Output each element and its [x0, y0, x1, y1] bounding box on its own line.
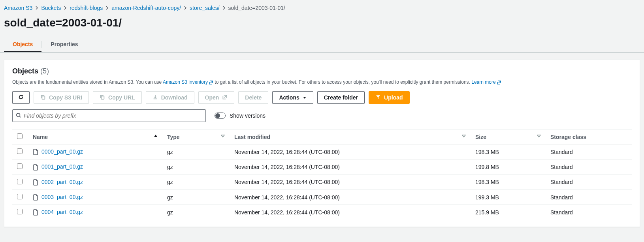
copy-icon — [100, 94, 105, 101]
open-button[interactable]: Open — [198, 91, 235, 104]
cell-size: 198.3 MB — [471, 144, 546, 159]
object-link[interactable]: 0003_part_00.gz — [41, 194, 83, 200]
cell-type: gz — [162, 144, 230, 159]
cell-size: 198.3 MB — [471, 174, 546, 189]
cell-last-modified: November 14, 2022, 16:28:44 (UTC-08:00) — [230, 159, 471, 174]
button-label: Delete — [245, 94, 262, 101]
caret-down-icon — [303, 96, 307, 99]
cell-storage-class: Standard — [546, 205, 632, 220]
copy-s3-uri-button[interactable]: Copy S3 URI — [34, 91, 89, 104]
refresh-button[interactable] — [12, 91, 30, 104]
external-link-icon — [209, 80, 213, 85]
inventory-link[interactable]: Amazon S3 inventory — [163, 79, 213, 85]
row-checkbox[interactable] — [17, 179, 23, 184]
panel-count: (5) — [40, 67, 49, 75]
column-label: Last modified — [234, 134, 270, 140]
search-box[interactable] — [12, 109, 206, 122]
column-label: Type — [167, 134, 180, 140]
search-icon — [16, 113, 21, 119]
cell-storage-class: Standard — [546, 144, 632, 159]
delete-button[interactable]: Delete — [238, 91, 268, 104]
chevron-right-icon — [222, 5, 226, 11]
select-all-checkbox[interactable] — [17, 133, 23, 139]
select-all-header — [12, 129, 28, 144]
download-icon — [153, 94, 158, 101]
row-checkbox[interactable] — [17, 148, 23, 154]
cell-size: 215.9 MB — [471, 205, 546, 220]
breadcrumb-link[interactable]: redshift-blogs — [70, 5, 103, 11]
cell-type: gz — [162, 205, 230, 220]
cell-size: 199.8 MB — [471, 159, 546, 174]
copy-icon — [40, 94, 46, 101]
breadcrumb-link[interactable]: Buckets — [41, 5, 61, 11]
table-row: 0000_part_00.gzgzNovember 14, 2022, 16:2… — [12, 144, 632, 159]
button-label: Open — [205, 94, 219, 101]
table-row: 0004_part_00.gzgzNovember 14, 2022, 16:2… — [12, 205, 632, 220]
learn-more-link[interactable]: Learn more — [471, 79, 501, 85]
object-link[interactable]: 0001_part_00.gz — [41, 163, 83, 170]
panel-title: Objects (5) — [12, 67, 632, 75]
cell-storage-class: Standard — [546, 159, 632, 174]
chevron-right-icon — [105, 5, 109, 11]
row-checkbox[interactable] — [17, 194, 23, 199]
upload-button[interactable]: Upload — [369, 91, 409, 104]
file-icon — [33, 194, 38, 201]
cell-type: gz — [162, 159, 230, 174]
object-link[interactable]: 0004_part_00.gz — [41, 209, 83, 215]
cell-last-modified: November 14, 2022, 16:28:44 (UTC-08:00) — [230, 144, 471, 159]
show-versions-label: Show versions — [230, 113, 266, 119]
file-icon — [33, 209, 38, 216]
cell-last-modified: November 14, 2022, 16:28:44 (UTC-08:00) — [230, 174, 471, 189]
cell-storage-class: Standard — [546, 189, 632, 204]
button-label: Actions — [279, 94, 299, 101]
tab-properties[interactable]: Properties — [42, 37, 87, 52]
button-label: Download — [161, 94, 188, 101]
copy-url-button[interactable]: Copy URL — [93, 91, 142, 104]
column-storage-class[interactable]: Storage class — [546, 129, 632, 144]
cell-type: gz — [162, 174, 230, 189]
sort-asc-icon — [154, 134, 158, 138]
cell-storage-class: Standard — [546, 174, 632, 189]
upload-icon — [375, 94, 381, 101]
filter-row: Show versions — [12, 109, 632, 122]
breadcrumb-current: sold_date=2003-01-01/ — [228, 5, 285, 11]
svg-rect-1 — [101, 96, 104, 99]
file-icon — [33, 164, 38, 171]
row-checkbox[interactable] — [17, 209, 23, 214]
table-row: 0003_part_00.gzgzNovember 14, 2022, 16:2… — [12, 189, 632, 204]
breadcrumb-link[interactable]: store_sales/ — [190, 5, 219, 11]
panel-description: Objects are the fundamental entities sto… — [12, 79, 632, 86]
breadcrumb-link[interactable]: amazon-Redshift-auto-copy/ — [111, 5, 181, 11]
button-label: Upload — [384, 94, 403, 101]
table-row: 0001_part_00.gzgzNovember 14, 2022, 16:2… — [12, 159, 632, 174]
column-size[interactable]: Size — [471, 129, 546, 144]
breadcrumb-link[interactable]: Amazon S3 — [4, 5, 32, 11]
sort-icon — [462, 134, 466, 138]
chevron-right-icon — [183, 5, 187, 11]
object-link[interactable]: 0002_part_00.gz — [41, 179, 83, 185]
tab-objects[interactable]: Objects — [4, 37, 41, 52]
toolbar: Copy S3 URI Copy URL Download Open Delet… — [12, 91, 632, 104]
search-input[interactable] — [24, 113, 202, 119]
external-link-icon — [497, 80, 501, 85]
column-label: Storage class — [550, 134, 586, 140]
object-link[interactable]: 0000_part_00.gz — [41, 148, 83, 155]
sort-icon — [221, 134, 225, 138]
download-button[interactable]: Download — [146, 91, 194, 104]
column-type[interactable]: Type — [162, 129, 230, 144]
button-label: Create folder — [324, 94, 358, 101]
create-folder-button[interactable]: Create folder — [317, 91, 365, 104]
show-versions-toggle-group: Show versions — [215, 113, 266, 119]
show-versions-toggle[interactable] — [215, 113, 226, 119]
actions-button[interactable]: Actions — [272, 91, 313, 104]
row-checkbox[interactable] — [17, 163, 23, 169]
column-last-modified[interactable]: Last modified — [230, 129, 471, 144]
file-icon — [33, 149, 38, 155]
chevron-right-icon — [63, 5, 67, 11]
column-name[interactable]: Name — [28, 129, 162, 144]
page-title: sold_date=2003-01-01/ — [0, 13, 644, 37]
chevron-right-icon — [35, 5, 39, 11]
button-label: Copy S3 URI — [49, 94, 82, 101]
tabs: Objects Properties — [0, 37, 644, 53]
objects-panel: Objects (5) Objects are the fundamental … — [4, 60, 640, 227]
